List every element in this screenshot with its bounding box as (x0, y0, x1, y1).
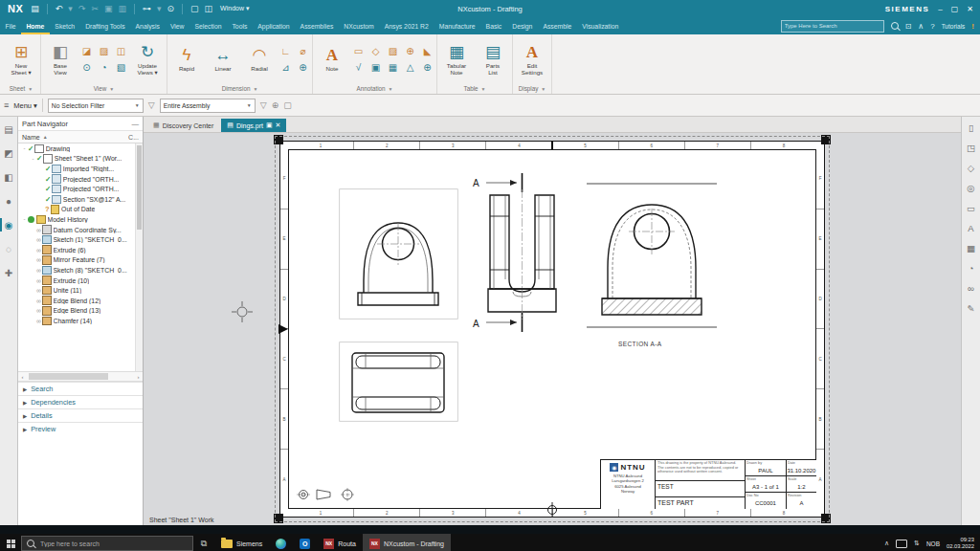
touch-keyboard-icon[interactable] (896, 540, 907, 548)
fit-view-icon[interactable]: ◳ (965, 141, 978, 154)
filter-icon[interactable]: ▽ (148, 100, 155, 110)
ribbon-group-label-table[interactable]: Table▼ (439, 83, 510, 94)
navigator-section-details[interactable]: ▶Details (18, 408, 143, 422)
linear-dimension-button[interactable]: ↔Linear (206, 46, 240, 73)
roles-icon[interactable]: ✚ (2, 266, 15, 279)
section-view[interactable] (585, 176, 719, 341)
intersection-symbol-icon[interactable]: △ (403, 60, 417, 75)
tree-row[interactable]: ∞Edge Blend (12) (18, 296, 135, 306)
sketch-curve-icon[interactable]: ✎ (965, 301, 978, 315)
weld-symbol-icon[interactable]: ◣ (420, 44, 434, 58)
new-sheet-tool-icon[interactable]: ◇ (965, 161, 978, 174)
part-navigator-icon[interactable]: ◧ (2, 170, 15, 184)
new-sheet-button[interactable]: ⊞NewSheet ▾ (4, 43, 38, 77)
ribbon-group-label-view[interactable]: View▼ (43, 83, 165, 94)
tree-row[interactable]: ∞Edge Blend (13) (18, 306, 135, 317)
visibility-glasses-icon[interactable]: ∞ (36, 298, 41, 304)
feature-control-frame-icon[interactable]: ▣ (368, 60, 383, 75)
document-tab-dings-prt[interactable]: ▤Dings.prt▣✕ (221, 119, 286, 132)
ribbon-tab-ansys-2021-r2[interactable]: Ansys 2021 R2 (379, 17, 434, 34)
tree-row[interactable]: ∞Extrude (6) (18, 245, 135, 255)
navigator-horizontal-scrollbar[interactable]: ‹› (18, 371, 143, 382)
web-browser-icon[interactable]: ◉ (2, 218, 15, 231)
ribbon-group-label-display[interactable]: Display▼ (515, 83, 549, 94)
tutorials-link[interactable]: Tutorials (942, 23, 966, 30)
taskbar-clock[interactable]: 09:23 02.03.2022 (947, 537, 974, 550)
window-layout-icon[interactable]: ◫ (205, 4, 213, 13)
tree-row[interactable]: ∞Sketch (8) "SKETCH_0... (18, 265, 135, 276)
dropdown-icon[interactable]: ▾ (68, 4, 73, 13)
view-window-icon[interactable]: ▭ (965, 201, 978, 214)
zoom-magnifier-icon[interactable]: ◔ (965, 261, 978, 275)
ribbon-tab-assemblies[interactable]: Assemblies (295, 17, 339, 34)
ribbon-tab-selection[interactable]: Selection (189, 17, 227, 34)
tree-row[interactable]: ∞Unite (11) (18, 285, 135, 296)
base-view-button[interactable]: ◧BaseView (43, 43, 78, 77)
undo-icon[interactable]: ↶ (56, 4, 63, 13)
tree-row[interactable]: ∞Datum Coordinate Sy... (18, 225, 135, 235)
tree-row[interactable]: -✓Drawing (18, 143, 135, 154)
tree-row[interactable]: ∞Extrude (10) (18, 276, 135, 286)
close-tab-icon[interactable]: ✕ (276, 121, 281, 129)
crosshatch-icon[interactable]: ▨ (386, 44, 400, 58)
visibility-glasses-icon[interactable]: ∞ (36, 267, 41, 274)
redo-icon[interactable]: ↷ (78, 4, 86, 13)
image-icon[interactable]: ▦ (386, 60, 400, 75)
parts-list-button[interactable]: ▤PartsList (476, 43, 510, 77)
ribbon-tab-home[interactable]: Home (21, 17, 50, 34)
snap-point-icon[interactable]: ▢ (283, 100, 292, 110)
paste-icon[interactable]: ▥ (118, 4, 126, 13)
scope-filter-icon[interactable]: ▽ (260, 100, 267, 110)
view-boundary-icon[interactable]: ▧ (114, 60, 128, 75)
tree-row[interactable]: ✓Section "SX@12" A... (18, 194, 135, 205)
tree-row[interactable]: ?Out of Date (18, 205, 135, 215)
navigator-vertical-scrollbar[interactable] (135, 143, 143, 371)
ribbon-tab-visualization[interactable]: Visualization (577, 17, 624, 34)
ribbon-tab-file[interactable]: File (0, 17, 21, 34)
visibility-glasses-icon[interactable]: ∞ (36, 227, 41, 233)
selection-scope-dropdown[interactable]: Entire Assembly▼ (160, 99, 256, 113)
ribbon-tab-drafting-tools[interactable]: Drafting Tools (80, 17, 130, 34)
visibility-glasses-icon[interactable]: ∞ (36, 256, 41, 263)
selection-filter-dropdown[interactable]: No Selection Filter▼ (48, 99, 144, 113)
detail-view-icon[interactable]: ◔ (97, 60, 111, 75)
cut-icon[interactable]: ✂ (91, 4, 99, 13)
note-button[interactable]: ANote (315, 46, 349, 73)
visibility-glasses-icon[interactable]: ∞ (36, 307, 41, 314)
break-view-icon[interactable]: ◫ (114, 44, 128, 58)
ribbon-tab-basic[interactable]: Basic (480, 17, 507, 34)
command-search-input[interactable] (781, 20, 884, 33)
minimize-ribbon-icon[interactable]: ∧ (918, 22, 924, 31)
taskbar-item-outlook[interactable]: O (293, 534, 317, 551)
datum-feature-symbol-icon[interactable]: ◇ (368, 44, 383, 58)
copy-icon[interactable]: ▣ (104, 4, 113, 13)
export-drawing-icon[interactable]: ▯ (965, 121, 978, 134)
update-views-button[interactable]: ↻UpdateViews ▾ (130, 43, 165, 77)
touch-mode-icon[interactable]: ▢ (190, 4, 199, 13)
ribbon-group-label-annotation[interactable]: Annotation▼ (315, 83, 434, 94)
graphics-window[interactable]: 12345678 12345678 FEDCBA FEDCBA (144, 133, 961, 525)
tabular-note-button[interactable]: ▦TabularNote (439, 43, 474, 77)
tabular-note-tool-icon[interactable]: ▦ (965, 241, 978, 254)
menu-button[interactable]: Menu ▾ (13, 101, 37, 110)
drawing-sheet[interactable]: 12345678 12345678 FEDCBA FEDCBA (279, 141, 825, 518)
command-finder-icon[interactable]: ⊙ (167, 4, 175, 13)
tree-row[interactable]: ✓Projected "ORTH... (18, 174, 135, 185)
radial-dimension-button[interactable]: ◠Radial (242, 46, 277, 73)
tree-expander[interactable]: - (21, 145, 28, 151)
start-button[interactable] (0, 534, 21, 551)
tray-chevron-icon[interactable]: ∧ (884, 540, 889, 547)
network-icon[interactable]: ⇅ (914, 540, 920, 547)
point-set-icon[interactable]: ⊙ (79, 60, 94, 75)
window-menu[interactable]: Window ▾ (220, 5, 249, 12)
ribbon-group-label-dimension[interactable]: Dimension▼ (169, 83, 310, 94)
taskbar-item-nxcustom-drafting[interactable]: NXNXcustom - Drafting (363, 534, 451, 551)
close-button[interactable]: ✕ (967, 5, 973, 13)
ribbon-tab-view[interactable]: View (165, 17, 189, 34)
visibility-glasses-icon[interactable]: ∞ (36, 287, 41, 294)
save-icon[interactable]: ▤ (31, 4, 39, 13)
tree-row[interactable]: ∞Sketch (1) "SKETCH_0... (18, 234, 135, 245)
rapid-dimension-button[interactable]: ϟRapid (169, 46, 204, 73)
dropdown-icon[interactable]: ▾ (157, 4, 162, 13)
target-point-icon[interactable]: ⊕ (403, 44, 417, 58)
